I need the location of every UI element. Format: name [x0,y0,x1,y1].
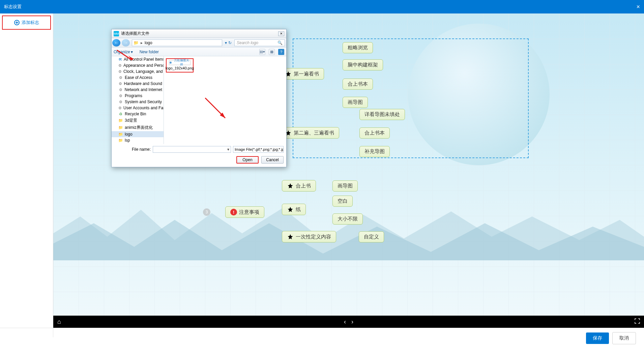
gear-icon: ⚙ [118,75,123,80]
node-custom[interactable]: 自定义 [359,231,384,242]
folder-tree[interactable]: 🛠All Control Panel Items⚙Appearance and … [112,56,164,144]
fullscreen-icon[interactable] [635,318,640,325]
bottom-bar: ⌂ ‹ › [53,316,644,328]
open-button[interactable]: Open [236,156,259,164]
tree-item[interactable]: ⚙Programs [112,93,164,99]
organize-button[interactable]: Organize ▾ [114,50,133,54]
node-label: 大小不限 [338,216,358,222]
tree-item[interactable]: ⚙System and Security [112,99,164,105]
chevron-right-icon: ▸ [141,40,143,45]
node-any-size[interactable]: 大小不限 [332,213,363,225]
new-folder-button[interactable]: New folder [140,50,159,54]
node-define-once[interactable]: 一次性定义内容 [282,231,336,242]
view-mode-icon[interactable]: ▤▾ [259,49,265,55]
node-label: 合上书本 [364,130,385,136]
cancel-button[interactable]: 取消 [612,332,636,344]
node-close-book2[interactable]: 合上书本 [359,127,390,139]
node-label: 粗略浏览 [348,45,368,51]
node-notes[interactable]: ! 注意事项 [225,206,264,218]
tree-item[interactable]: ⚙Hardware and Sound [112,81,164,87]
node-label: 脑中构建框架 [348,62,378,68]
filename-label: File name: [114,147,151,152]
dialog-title: 请选择图片文件 [121,31,149,36]
node-second-read[interactable]: 第二遍、三遍看书 [280,127,339,139]
star-icon [287,206,294,213]
node-paper[interactable]: 纸 [282,204,306,215]
node-label: 画导图 [348,99,363,106]
node-draw-map[interactable]: 画导图 [343,97,368,108]
dialog-button-row: Open Cancel [112,155,286,167]
tree-item[interactable]: ♻Recycle Bin [112,111,164,117]
tree-item[interactable]: 🛠All Control Panel Items [112,56,164,62]
node-blank[interactable]: 空白 [332,196,353,207]
chevron-down-icon: ▾ [227,147,229,152]
tree-item[interactable]: ⚙Appearance and Perso [112,62,164,68]
next-icon[interactable]: › [351,318,353,325]
sidebar: 添加标志 [0,13,53,337]
tree-item[interactable]: 📁lsp [112,137,164,143]
home-icon[interactable]: ⌂ [57,318,61,325]
search-input[interactable]: Search logo 🔍 [234,39,285,46]
filename-row: File name: ▾ Image File(*.gif;*.png;*.jp… [112,144,286,155]
tree-item[interactable]: 📁logo [112,131,164,137]
file-dialog: MM 请选择图片文件 ✕ ← → 📁 ▸ logo ▾ ↻ Search log… [111,29,287,167]
dialog-close-icon[interactable]: ✕ [278,31,284,36]
tree-item[interactable]: ⚙Clock, Language, and R [112,68,164,75]
counter-badge: 3 [203,208,210,216]
tree-item-label: All Control Panel Items [124,57,164,62]
tree-item-label: System and Security [125,99,162,104]
search-placeholder: Search logo [237,40,258,45]
refresh-icon[interactable]: ▾ ↻ [224,40,233,45]
header-title: 标志设置 [4,4,22,10]
nav-forward-icon[interactable]: → [122,39,130,47]
node-rough[interactable]: 粗略浏览 [343,42,373,53]
node-label: 详看导图未填处 [364,111,400,118]
node-fill-map[interactable]: 补充导图 [359,146,390,157]
tree-item[interactable]: 📁animiz界面优化 [112,124,164,131]
path-bar[interactable]: 📁 ▸ logo [132,39,222,46]
folder-icon: 📁 [118,125,123,130]
node-label: 自定义 [364,234,379,240]
node-label: 合上书 [296,183,311,189]
node-draw-map2[interactable]: 画导图 [332,180,358,192]
close-icon[interactable]: × [636,3,640,10]
dialog-cancel-button[interactable]: Cancel [261,156,284,164]
gear-icon: ⚙ [118,69,122,74]
node-label: 补充导图 [364,148,385,155]
add-logo-button[interactable]: 添加标志 [2,16,51,30]
tree-item-label: User Accounts and Fam [123,106,164,110]
plus-icon [14,20,20,25]
dialog-title-bar[interactable]: MM 请选择图片文件 ✕ [112,29,286,38]
node-label: 第一遍看书 [294,71,319,77]
preview-icon[interactable]: ▦ [269,49,275,55]
node-close-book[interactable]: 合上书本 [343,79,373,90]
filetype-filter[interactable]: Image File(*.gif;*.png;*.jpg;*.jpe▾ [233,146,284,153]
nav-back-icon[interactable]: ← [112,39,120,47]
file-item[interactable]: ◉ 万彩脑图大师 logo_192x40.png [166,58,194,72]
footer: 保存 取消 [0,328,644,348]
cp-icon: 🛠 [118,57,122,62]
nav-center: ‹ › [344,318,353,325]
dialog-tool-row: Organize ▾ New folder ▤▾ ▦ ? [112,48,286,56]
tree-item-label: animiz界面优化 [125,125,153,130]
tree-item-label: Clock, Language, and R [123,69,164,74]
node-label: 纸 [296,206,301,213]
tree-item[interactable]: ⚙Network and Internet [112,87,164,93]
node-close-book3[interactable]: 合上书 [282,180,316,192]
file-list[interactable]: ◉ 万彩脑图大师 logo_192x40.png [164,56,286,144]
chevron-down-icon: ▾ [131,50,133,54]
save-button[interactable]: 保存 [586,332,609,344]
help-icon[interactable]: ? [278,49,284,55]
folder-icon: 📁 [118,138,123,143]
tree-item[interactable]: ⚙User Accounts and Fam [112,105,164,111]
node-framework[interactable]: 脑中构建框架 [343,59,383,70]
node-review-empty[interactable]: 详看导图未填处 [359,109,405,120]
dialog-nav-row: ← → 📁 ▸ logo ▾ ↻ Search logo 🔍 [112,38,286,48]
tree-item[interactable]: ⚙Ease of Access [112,75,164,81]
node-label: 合上书本 [348,81,368,87]
tree-item-label: logo [125,132,133,137]
filename-input[interactable]: ▾ [153,146,231,153]
folder-icon: 📁 [134,40,139,45]
tree-item[interactable]: 📁3d背景 [112,117,164,124]
prev-icon[interactable]: ‹ [344,318,346,325]
